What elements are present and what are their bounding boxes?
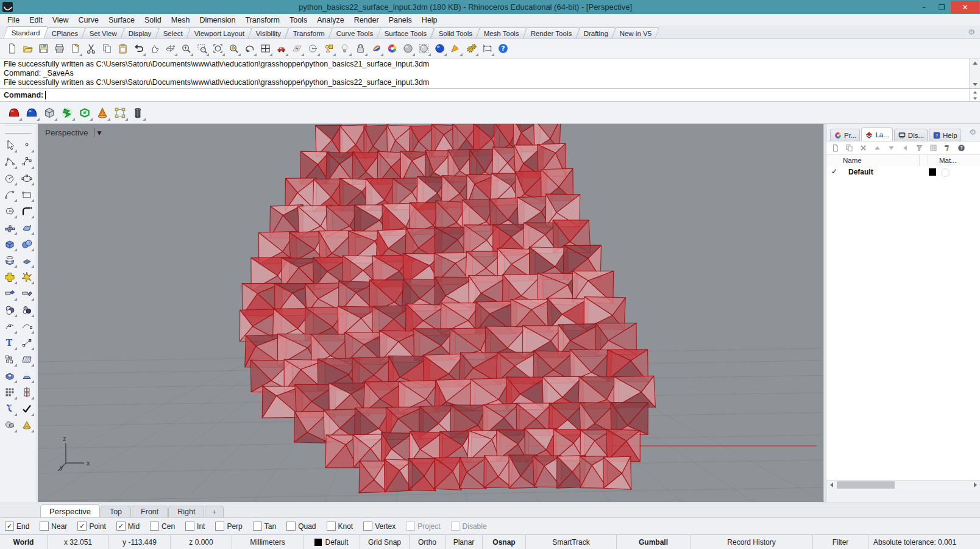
hammer-button[interactable] bbox=[940, 143, 954, 154]
shaded-sphere-button[interactable] bbox=[400, 41, 416, 57]
hexagon-box-button[interactable] bbox=[40, 104, 58, 121]
viewport-tab-perspective[interactable]: Perspective bbox=[40, 504, 100, 517]
status-record-history[interactable]: Record History bbox=[691, 535, 813, 549]
control-points-button[interactable] bbox=[111, 104, 129, 121]
edit-document-button[interactable] bbox=[67, 41, 83, 57]
pan-hand-button[interactable] bbox=[146, 41, 162, 57]
lightbulb-button[interactable] bbox=[336, 41, 352, 57]
status-millimeters[interactable]: Millimeters bbox=[232, 535, 304, 549]
circles-three-button[interactable] bbox=[1, 301, 18, 318]
explode-button[interactable] bbox=[18, 268, 35, 285]
pyramid-mesh-model[interactable] bbox=[240, 124, 655, 493]
menu-view[interactable]: View bbox=[48, 15, 74, 25]
red-blob-button[interactable] bbox=[5, 104, 23, 121]
print-button[interactable] bbox=[51, 41, 67, 57]
viewport-canvas[interactable]: zxy bbox=[38, 124, 824, 502]
panel-tab-dis[interactable]: Dis... bbox=[894, 129, 928, 141]
gear-icon[interactable]: ⚙ bbox=[969, 127, 976, 137]
rectangle-button[interactable] bbox=[18, 186, 35, 203]
patch-button[interactable] bbox=[18, 219, 35, 235]
menu-curve[interactable]: Curve bbox=[74, 15, 104, 25]
menu-mesh[interactable]: Mesh bbox=[166, 15, 195, 25]
ghosted-sphere-button[interactable] bbox=[416, 41, 431, 57]
status-y-113-449[interactable]: y -113.449 bbox=[109, 535, 171, 549]
toolbar-tab-curve-tools[interactable]: Curve Tools bbox=[328, 27, 381, 38]
blocks-button[interactable] bbox=[1, 351, 18, 367]
status-planar[interactable]: Planar bbox=[446, 535, 483, 549]
chamfer-edge-button[interactable] bbox=[18, 285, 35, 301]
fillet-corner-button[interactable] bbox=[18, 203, 35, 219]
viewport-layout-button[interactable] bbox=[257, 41, 273, 57]
zoom-selected-button[interactable] bbox=[225, 41, 241, 57]
new-layer-button[interactable] bbox=[828, 143, 842, 154]
osnap-disable-checkbox[interactable] bbox=[451, 522, 460, 531]
new-document-button[interactable] bbox=[4, 41, 20, 57]
green-frame-button[interactable] bbox=[76, 104, 93, 121]
menu-panels[interactable]: Panels bbox=[384, 15, 417, 25]
arc-button[interactable] bbox=[1, 186, 18, 203]
zoom-window-button[interactable] bbox=[194, 41, 210, 57]
rendered-sphere-button[interactable] bbox=[431, 41, 447, 57]
save-button[interactable] bbox=[35, 41, 51, 57]
polyline-button[interactable] bbox=[1, 153, 18, 170]
status-z-0-000[interactable]: z 0.000 bbox=[171, 535, 232, 549]
lights-button[interactable] bbox=[18, 367, 35, 384]
toolbar-tab-display[interactable]: Display bbox=[121, 27, 160, 38]
scroll-up-icon[interactable] bbox=[970, 59, 980, 67]
tri-up-button[interactable] bbox=[870, 143, 884, 154]
paste-button[interactable] bbox=[115, 41, 130, 57]
hatch-button[interactable] bbox=[18, 351, 35, 367]
osnap-near-checkbox[interactable] bbox=[40, 522, 49, 531]
command-history[interactable]: File successfully written as C:\Users\Sa… bbox=[0, 59, 980, 89]
perspective-viewport[interactable]: zxy Perspective ▼ bbox=[38, 124, 824, 502]
viewport-title-dropdown[interactable]: Perspective ▼ bbox=[45, 128, 101, 137]
scroll-right-icon[interactable] bbox=[970, 481, 980, 489]
center-mark-button[interactable] bbox=[305, 41, 321, 57]
surface-points-button[interactable] bbox=[1, 219, 18, 235]
toolbar-tab-select[interactable]: Select bbox=[155, 27, 191, 38]
status-gumball[interactable]: Gumball bbox=[617, 535, 691, 549]
status-ortho[interactable]: Ortho bbox=[410, 535, 446, 549]
toolbar-tab-new-in-v5[interactable]: New in V5 bbox=[612, 27, 660, 38]
menu-render[interactable]: Render bbox=[349, 15, 384, 25]
toolbar-tab-transform[interactable]: Transform bbox=[285, 27, 333, 38]
spheres-button[interactable] bbox=[18, 235, 35, 252]
join-button[interactable] bbox=[1, 400, 18, 417]
zoom-extents-button[interactable] bbox=[210, 41, 225, 57]
viewport-tab-top[interactable]: Top bbox=[101, 506, 131, 517]
osnap-perp-checkbox[interactable] bbox=[215, 522, 224, 531]
color-wheel-button[interactable] bbox=[384, 41, 400, 57]
command-input-row[interactable]: Command: bbox=[0, 89, 980, 101]
close-button[interactable]: ✕ bbox=[951, 1, 979, 13]
toolbar-tab-render-tools[interactable]: Render Tools bbox=[523, 27, 580, 38]
polygon-button[interactable] bbox=[1, 203, 18, 219]
fillet-edge-button[interactable] bbox=[1, 285, 18, 301]
dark-cylinder-button[interactable] bbox=[129, 104, 146, 121]
ellipse-button[interactable] bbox=[18, 170, 35, 186]
menu-tools[interactable]: Tools bbox=[285, 15, 312, 25]
cursor-button[interactable] bbox=[1, 137, 18, 153]
curve-points-button[interactable] bbox=[18, 153, 35, 170]
help-button[interactable]: ? bbox=[495, 41, 511, 57]
toolbar-tab-standard[interactable]: Standard bbox=[3, 26, 48, 38]
status-absolute-tolerance-0-001[interactable]: Absolute tolerance: 0.001 bbox=[868, 535, 980, 549]
menu-transform[interactable]: Transform bbox=[240, 15, 285, 25]
layer-material-icon[interactable] bbox=[941, 168, 950, 177]
rotate-view-button[interactable] bbox=[162, 41, 178, 57]
scrollbar-thumb[interactable] bbox=[837, 481, 895, 489]
select-shapes-button[interactable] bbox=[321, 41, 336, 57]
zoom-dynamic-button[interactable] bbox=[178, 41, 194, 57]
check-button[interactable] bbox=[18, 400, 35, 417]
osnap-tan-checkbox[interactable] bbox=[253, 522, 262, 531]
circle-radius-button[interactable] bbox=[1, 170, 18, 186]
point-button[interactable] bbox=[18, 137, 35, 153]
new-viewport-tab-button[interactable] bbox=[205, 506, 224, 517]
toolbar-tab-drafting[interactable]: Drafting bbox=[575, 27, 616, 38]
status-default[interactable]: Default bbox=[304, 535, 360, 549]
boolean-shapes-button[interactable] bbox=[1, 417, 18, 433]
lock-button[interactable] bbox=[352, 41, 368, 57]
command-spinner[interactable] bbox=[969, 89, 980, 101]
orange-cone-button[interactable] bbox=[93, 104, 111, 121]
table-button[interactable] bbox=[926, 143, 940, 154]
layer-row[interactable]: ✓Default bbox=[826, 166, 980, 178]
